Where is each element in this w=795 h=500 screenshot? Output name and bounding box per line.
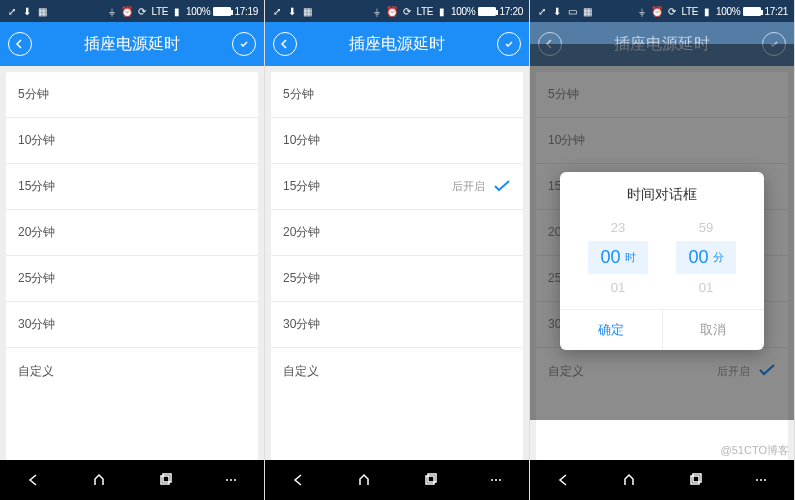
list-item[interactable]: 10分钟 — [271, 118, 523, 164]
nav-back-button[interactable] — [543, 460, 583, 500]
check-icon — [497, 32, 521, 56]
list-item[interactable]: 10分钟 — [6, 118, 258, 164]
confirm-button[interactable] — [224, 22, 264, 66]
list-item[interactable]: 25分钟 — [6, 256, 258, 302]
list-item-label: 10分钟 — [18, 132, 55, 149]
dialog-title: 时间对话框 — [560, 172, 764, 214]
svg-point-7 — [491, 479, 493, 481]
list-item[interactable]: 25分钟 — [271, 256, 523, 302]
nav-menu-button[interactable] — [476, 460, 516, 500]
status-bar: ⤢ ⬇ ▦ ⏚ ⏰ ⟳ LTE ▮ 100% 17:20 — [265, 0, 529, 22]
status-bar: ⤢ ⬇ ▭ ▦ ⏚ ⏰ ⟳ LTE ▮ 100% 17:21 — [530, 0, 794, 22]
svg-point-3 — [230, 479, 232, 481]
minute-unit: 分 — [713, 250, 724, 265]
watermark: @51CTO博客 — [721, 443, 789, 458]
list-item-label: 15分钟 — [283, 178, 320, 195]
list-item[interactable]: 30分钟 — [271, 302, 523, 348]
clock: 17:21 — [764, 6, 788, 17]
hour-wheel[interactable]: 23 00时 01 — [588, 214, 648, 301]
download-icon: ⬇ — [21, 5, 33, 17]
list-item-label: 25分钟 — [283, 270, 320, 287]
battery-pct: 100% — [451, 6, 475, 17]
sync-icon: ⟳ — [666, 5, 678, 17]
download-icon: ⬇ — [286, 5, 298, 17]
signal-icon: ▮ — [436, 5, 448, 17]
list-item-label: 20分钟 — [283, 224, 320, 241]
list-item-label: 10分钟 — [283, 132, 320, 149]
svg-rect-10 — [691, 476, 699, 484]
list-item-label: 5分钟 — [18, 86, 49, 103]
svg-rect-0 — [161, 476, 169, 484]
list-item-label: 自定义 — [18, 363, 54, 380]
time-picker[interactable]: 23 00时 01 59 00分 01 — [560, 214, 764, 309]
nav-menu-button[interactable] — [741, 460, 781, 500]
svg-point-2 — [226, 479, 228, 481]
checkmark-icon — [493, 179, 511, 195]
clock: 17:20 — [499, 6, 523, 17]
nav-bar — [0, 460, 264, 500]
alarm-icon: ⏰ — [386, 5, 398, 17]
svg-point-12 — [756, 479, 758, 481]
selected-tail-text: 后开启 — [452, 179, 485, 194]
usb-icon: ⏚ — [106, 5, 118, 17]
nav-recent-button[interactable] — [410, 460, 450, 500]
settings-icon: ▭ — [566, 5, 578, 17]
arrow-left-icon — [273, 32, 297, 56]
app-header: 插座电源延时 — [265, 22, 529, 66]
list-item-label: 5分钟 — [283, 86, 314, 103]
svg-point-8 — [495, 479, 497, 481]
net-label: LTE — [416, 6, 433, 17]
net-label: LTE — [151, 6, 168, 17]
svg-rect-5 — [426, 476, 434, 484]
battery-icon — [743, 7, 761, 16]
svg-rect-6 — [428, 474, 436, 482]
back-button[interactable] — [265, 22, 305, 66]
usb-icon: ⏚ — [371, 5, 383, 17]
nav-recent-button[interactable] — [145, 460, 185, 500]
nav-home-button[interactable] — [609, 460, 649, 500]
clock: 17:19 — [234, 6, 258, 17]
list-item-custom[interactable]: 自定义 — [6, 348, 258, 394]
nav-menu-button[interactable] — [211, 460, 251, 500]
list-item[interactable]: 15分钟 — [6, 164, 258, 210]
list-item-custom[interactable]: 自定义 — [271, 348, 523, 394]
svg-point-13 — [760, 479, 762, 481]
nav-home-button[interactable] — [344, 460, 384, 500]
list-item-label: 25分钟 — [18, 270, 55, 287]
nav-bar — [530, 460, 794, 500]
list-item[interactable]: 20分钟 — [6, 210, 258, 256]
list-item[interactable]: 5分钟 — [271, 72, 523, 118]
sync-icon: ⟳ — [401, 5, 413, 17]
list-item[interactable]: 20分钟 — [271, 210, 523, 256]
nav-recent-button[interactable] — [675, 460, 715, 500]
list-item[interactable]: 5分钟 — [6, 72, 258, 118]
confirm-button[interactable] — [489, 22, 529, 66]
nav-back-button[interactable] — [278, 460, 318, 500]
list-item-label: 30分钟 — [283, 316, 320, 333]
back-button[interactable] — [0, 22, 40, 66]
list-item-selected[interactable]: 15分钟 后开启 — [271, 164, 523, 210]
grid-icon: ▦ — [36, 5, 48, 17]
app-header: 插座电源延时 — [0, 22, 264, 66]
dialog-ok-button[interactable]: 确定 — [560, 310, 663, 350]
check-icon — [232, 32, 256, 56]
svg-rect-1 — [163, 474, 171, 482]
list-item-label: 自定义 — [283, 363, 319, 380]
expand-icon: ⤢ — [536, 5, 548, 17]
minute-wheel[interactable]: 59 00分 01 — [676, 214, 736, 301]
list-item-label: 20分钟 — [18, 224, 55, 241]
nav-bar — [265, 460, 529, 500]
svg-point-9 — [499, 479, 501, 481]
expand-icon: ⤢ — [6, 5, 18, 17]
nav-back-button[interactable] — [13, 460, 53, 500]
dialog-cancel-button[interactable]: 取消 — [663, 310, 765, 350]
page-title: 插座电源延时 — [305, 34, 489, 55]
grid-icon: ▦ — [581, 5, 593, 17]
nav-home-button[interactable] — [79, 460, 119, 500]
list-item[interactable]: 30分钟 — [6, 302, 258, 348]
screen-2: ⤢ ⬇ ▦ ⏚ ⏰ ⟳ LTE ▮ 100% 17:20 插座电源延时 5分钟 … — [265, 0, 530, 500]
hour-unit: 时 — [625, 250, 636, 265]
svg-point-4 — [234, 479, 236, 481]
hour-prev: 23 — [588, 214, 648, 241]
signal-icon: ▮ — [171, 5, 183, 17]
